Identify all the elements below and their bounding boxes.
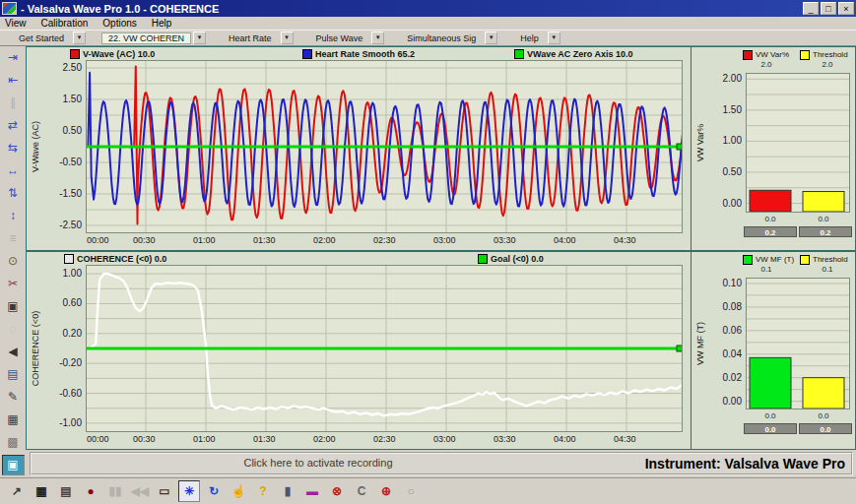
tab-22-vw-coheren[interactable]: 22. VW COHEREN▼ (101, 32, 206, 44)
y-tick-label: 0.08 (706, 301, 742, 312)
compress-time-icon[interactable]: ⇄ (2, 115, 25, 136)
x-tick-label: 04:30 (614, 434, 636, 444)
tab-get-started[interactable]: Get Started▼ (12, 32, 86, 44)
title-bar[interactable]: - Valsalva Wave Pro 1.0 - COHERENCE _ □ … (0, 0, 856, 17)
idle-status-icon[interactable]: ○ (400, 480, 422, 502)
legend-item: VW Var% (743, 49, 789, 60)
close-button[interactable]: × (838, 2, 854, 15)
legend-label: Heart Rate Smooth 65.2 (315, 49, 415, 59)
tab-label: Heart Rate (222, 32, 279, 44)
maximize-button[interactable]: □ (821, 2, 836, 15)
chevron-down-icon[interactable]: ▼ (548, 32, 560, 44)
shift-right-icon[interactable]: ⇥ (2, 47, 25, 68)
legend-label: Threshold (813, 255, 848, 264)
annotate-icon[interactable]: ✎ (2, 387, 25, 408)
record-icon[interactable]: ● (80, 480, 101, 502)
legend-swatch (478, 254, 488, 264)
bar-value-box: 0.2 (799, 226, 852, 237)
recording-message[interactable]: Click here to activate recording (32, 457, 605, 469)
y-tick-label: 0.20 (46, 328, 82, 339)
x-tick-label: 02:00 (313, 434, 336, 444)
rewind-icon[interactable]: ◀◀ (129, 480, 151, 502)
add-marker-icon[interactable]: ⊕ (375, 480, 397, 502)
left-toolbar: ⇥⇤∥⇄⇆↔⇅↕≡⊙✂▣◌◀▤✎▦▩▣ (0, 46, 26, 450)
chevron-down-icon[interactable]: ▼ (73, 32, 86, 44)
legend-swatch (514, 49, 524, 59)
pause-display-icon[interactable]: ∥ (2, 93, 25, 113)
menu-item-view[interactable]: View (5, 18, 27, 29)
sensor-icon[interactable]: ▬ (301, 480, 323, 502)
display-window-icon[interactable]: ▭ (154, 480, 175, 502)
print-icon[interactable]: ▤ (55, 480, 77, 502)
legend-value: 0.1 (747, 265, 786, 274)
bar-value-label: 0.0 (803, 215, 844, 223)
disconnect-icon[interactable]: ⊗ (326, 480, 348, 502)
legend-item: Threshold (800, 254, 848, 265)
vw_mf_bars-plot (746, 278, 850, 410)
x-tick-label: 03:30 (494, 434, 516, 444)
tab-label: Pulse Wave (309, 32, 370, 44)
x-tick-label: 00:00 (87, 434, 109, 444)
chevron-down-icon[interactable]: ▼ (281, 32, 294, 44)
y-axis-label: V-Wave (AC) (31, 121, 40, 172)
y-tick-label: -0.50 (46, 157, 82, 167)
y-tick-label: 0.50 (706, 166, 742, 177)
tab-simultaneous-sig[interactable]: Simultaneous Sig▼ (400, 32, 497, 44)
probe-icon[interactable]: ▮ (277, 480, 298, 502)
menu-item-calibration[interactable]: Calibration (41, 18, 89, 29)
y-tick-label: 0.10 (706, 278, 742, 288)
tab-heart-rate[interactable]: Heart Rate▼ (222, 32, 294, 44)
vwave-chart-panel: V-Wave (AC) 10.0Heart Rate Smooth 65.2VW… (26, 46, 691, 251)
recording-bar[interactable]: Click here to activate recording Instrum… (30, 452, 853, 475)
tab-label: Simultaneous Sig (400, 32, 483, 44)
hand-pointer-icon[interactable]: ☝ (228, 480, 249, 502)
fit-time-icon[interactable]: ↔ (2, 160, 25, 181)
bar-value-box: 0.2 (744, 226, 797, 237)
menu-item-help[interactable]: Help (152, 18, 172, 29)
coherence_strip-plot[interactable] (86, 265, 683, 432)
chevron-down-icon[interactable]: ▼ (485, 32, 497, 44)
vw-var-bar-panel: VW Var%2.0Threshold2.0VW Var%2.001.501.0… (691, 46, 856, 251)
celsius-icon[interactable]: C (351, 480, 372, 502)
tab-label: Get Started (12, 32, 71, 44)
grid-view-icon[interactable]: ▩ (2, 432, 25, 453)
launch-icon[interactable]: ↗ (6, 480, 28, 502)
save-session-icon[interactable]: ▦ (2, 410, 25, 430)
expand-time-icon[interactable]: ⇆ (2, 138, 25, 158)
replay-clock-icon[interactable]: ⊙ (2, 251, 25, 272)
legend-item: V-Wave (AC) 10.0 (70, 48, 155, 59)
tab-pulse-wave[interactable]: Pulse Wave▼ (309, 32, 385, 44)
legend-item: Threshold (800, 49, 848, 60)
library-icon[interactable]: ▤ (2, 364, 25, 385)
legend-item: Heart Rate Smooth 65.2 (302, 48, 415, 59)
snapshot-icon[interactable]: ▣ (2, 296, 25, 317)
help-icon[interactable]: ? (252, 480, 274, 502)
chevron-down-icon[interactable]: ▼ (193, 32, 206, 44)
vwave_strip-plot[interactable] (86, 60, 683, 233)
star-display-icon[interactable]: ✳ (178, 480, 200, 502)
mute-icon[interactable]: ◌ (2, 319, 25, 340)
speaker-icon[interactable]: ◀ (2, 342, 25, 362)
save-icon[interactable]: ▦ (31, 480, 52, 502)
chevron-down-icon[interactable]: ▼ (371, 32, 384, 44)
bar-value-label: 0.0 (803, 411, 844, 420)
x-tick-label: 03:30 (494, 235, 516, 245)
legend-swatch (64, 254, 74, 264)
trim-signal-icon[interactable]: ✂ (2, 274, 25, 294)
data-table-icon[interactable]: ≡ (2, 228, 25, 249)
legend-item: VW MF (T) (743, 254, 794, 265)
minimize-button[interactable]: _ (803, 2, 819, 15)
y-tick-label: -2.50 (46, 220, 82, 230)
active-panel-icon[interactable]: ▣ (2, 455, 25, 475)
tab-help[interactable]: Help▼ (513, 32, 560, 44)
shift-left-icon[interactable]: ⇤ (2, 70, 25, 91)
scale-down-icon[interactable]: ↕ (2, 206, 25, 226)
bar-value-label: 0.0 (750, 215, 791, 223)
bottom-toolbar: ↗▦▤●▮▮◀◀▭✳↻☝?▮▬⊗C⊕○ (0, 477, 856, 504)
pause-icon[interactable]: ▮▮ (104, 480, 126, 502)
scale-up-icon[interactable]: ⇅ (2, 183, 25, 204)
coherence-chart-panel: COHERENCE (<0) 0.0Goal (<0) 0.0COHERENCE… (26, 251, 691, 450)
legend-label: VWave AC Zero Axis 10.0 (527, 49, 633, 59)
timer-icon[interactable]: ↻ (203, 480, 225, 502)
menu-item-options[interactable]: Options (102, 18, 136, 29)
